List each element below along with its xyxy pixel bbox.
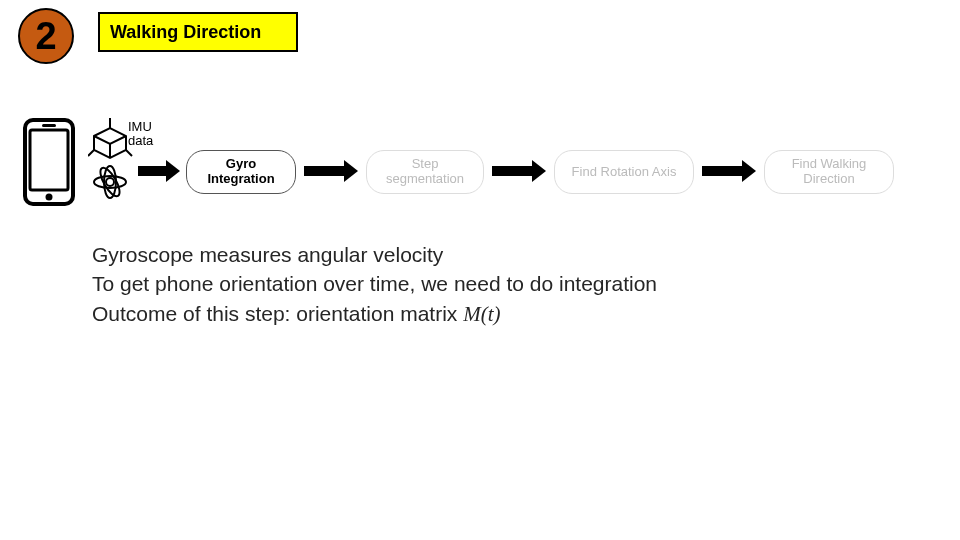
section-number: 2 — [35, 15, 56, 58]
arrow-icon — [702, 160, 756, 182]
flow-node-step-segmentation: Step segmentation — [366, 150, 484, 194]
svg-point-2 — [46, 194, 53, 201]
svg-point-11 — [97, 165, 123, 199]
svg-line-5 — [88, 150, 94, 156]
explanation-formula: M(t) — [463, 302, 500, 326]
flow-node-find-rotation-axis: Find Rotation Axis — [554, 150, 694, 194]
imu-label-line1: IMU — [128, 119, 152, 134]
smartphone-icon — [22, 118, 76, 206]
flow-node-label: Find Walking Direction — [771, 157, 887, 187]
svg-line-6 — [126, 150, 132, 156]
svg-rect-1 — [30, 130, 68, 190]
section-title-text: Walking Direction — [110, 22, 261, 43]
svg-rect-3 — [42, 124, 56, 127]
section-number-badge: 2 — [18, 8, 74, 64]
flow-node-label: Find Rotation Axis — [572, 165, 677, 180]
explanation-line1: Gyroscope measures angular velocity — [92, 243, 443, 266]
svg-point-7 — [106, 178, 114, 186]
arrow-icon — [138, 160, 180, 182]
explanation-line2: To get phone orientation over time, we n… — [92, 272, 657, 295]
flow-node-gyro-integration: Gyro Integration — [186, 150, 296, 194]
explanation-text: Gyroscope measures angular velocity To g… — [92, 240, 920, 329]
explanation-line3-pre: Outcome of this step: orientation matrix — [92, 302, 463, 325]
section-title-box: Walking Direction — [98, 12, 298, 52]
imu-label-line2: data — [128, 133, 153, 148]
arrow-icon — [492, 160, 546, 182]
flow-node-find-walking-direction: Find Walking Direction — [764, 150, 894, 194]
flow-node-label: Step segmentation — [373, 157, 477, 187]
flow-node-label: Gyro Integration — [193, 157, 289, 187]
imu-label: IMU data — [128, 120, 153, 149]
arrow-icon — [304, 160, 358, 182]
